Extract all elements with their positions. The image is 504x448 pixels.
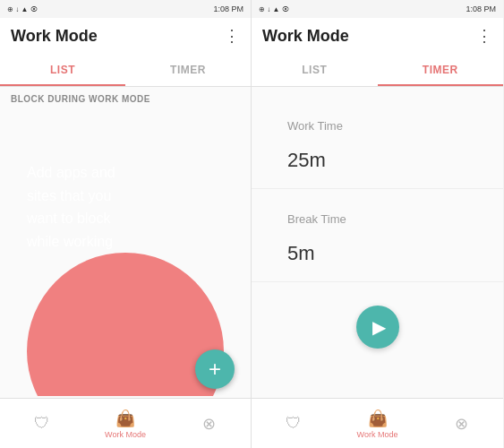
timer-content: Work Time 25m Break Time 5m ▶ bbox=[252, 87, 503, 398]
bottom-nav-right: 🛡 👜 Work Mode ⊗ bbox=[252, 398, 503, 448]
shield-icon-right: 🛡 bbox=[286, 414, 302, 433]
menu-icon-right[interactable]: ⋮ bbox=[476, 26, 492, 46]
top-bar-left: Work Mode ⋮ bbox=[0, 18, 251, 54]
nav-item-workmode-left[interactable]: 👜 Work Mode bbox=[83, 409, 167, 439]
nav-label-workmode-right: Work Mode bbox=[357, 430, 398, 439]
page-title-right: Work Mode bbox=[262, 27, 349, 46]
bag-icon-left: 👜 bbox=[115, 409, 135, 428]
status-time-right: 1:08 PM bbox=[466, 4, 496, 13]
blob-text: Add apps and sites that you want to bloc… bbox=[0, 161, 251, 253]
play-icon: ▶ bbox=[372, 316, 386, 338]
tab-timer-left[interactable]: TIMER bbox=[125, 54, 251, 86]
tabs-right: LIST TIMER bbox=[252, 54, 503, 87]
break-time-value: 5m bbox=[287, 228, 467, 267]
bottom-nav-left: 🛡 👜 Work Mode ⊗ bbox=[0, 398, 251, 448]
right-phone-screen: ⊕ ↓ ▲ ⦿ 1:08 PM Work Mode ⋮ LIST TIMER W… bbox=[252, 0, 503, 448]
break-time-section: Break Time 5m bbox=[252, 198, 503, 282]
tabs-left: LIST TIMER bbox=[0, 54, 251, 87]
blob-shape bbox=[27, 253, 224, 396]
shield-icon-left: 🛡 bbox=[34, 414, 50, 433]
notification-icons-right: ⊕ ↓ ▲ ⦿ bbox=[259, 5, 289, 13]
nav-item-close-right[interactable]: ⊗ bbox=[419, 414, 503, 434]
fab-button[interactable]: + bbox=[195, 349, 235, 389]
time-right: 1:08 PM bbox=[466, 4, 496, 13]
page-title-left: Work Mode bbox=[11, 27, 98, 46]
work-time-unit: m bbox=[309, 149, 325, 171]
time-left: 1:08 PM bbox=[213, 4, 243, 13]
break-time-label: Break Time bbox=[287, 212, 467, 226]
tab-list-right[interactable]: LIST bbox=[252, 54, 378, 86]
work-time-section: Work Time 25m bbox=[252, 105, 503, 189]
status-bar-right: ⊕ ↓ ▲ ⦿ 1:08 PM bbox=[252, 0, 503, 18]
work-time-value: 25m bbox=[287, 134, 467, 174]
nav-label-workmode-left: Work Mode bbox=[105, 430, 146, 439]
work-time-label: Work Time bbox=[287, 119, 467, 133]
status-icons-right: 1:08 PM bbox=[213, 4, 243, 13]
break-time-unit: m bbox=[298, 242, 314, 264]
notification-icons: ⊕ ↓ ▲ ⦿ bbox=[7, 5, 38, 13]
tab-timer-right[interactable]: TIMER bbox=[378, 54, 504, 86]
status-bar-left: ⊕ ↓ ▲ ⦿ 1:08 PM bbox=[0, 0, 251, 18]
close-icon-right: ⊗ bbox=[455, 414, 468, 434]
nav-item-close-left[interactable]: ⊗ bbox=[167, 414, 251, 434]
play-button[interactable]: ▶ bbox=[356, 306, 399, 349]
nav-item-shield-left[interactable]: 🛡 bbox=[0, 414, 83, 433]
fab-plus-icon: + bbox=[209, 358, 221, 380]
content-left: BLOCK DURING WORK MODE Add apps and site… bbox=[0, 87, 251, 398]
status-icons-left: ⊕ ↓ ▲ ⦿ bbox=[7, 5, 38, 13]
tab-list-left[interactable]: LIST bbox=[0, 54, 125, 86]
status-icons-right-left: ⊕ ↓ ▲ ⦿ bbox=[259, 5, 289, 13]
nav-item-shield-right[interactable]: 🛡 bbox=[252, 414, 336, 433]
menu-icon-left[interactable]: ⋮ bbox=[224, 26, 240, 46]
left-phone-screen: ⊕ ↓ ▲ ⦿ 1:08 PM Work Mode ⋮ LIST TIMER B… bbox=[0, 0, 252, 448]
close-icon-left: ⊗ bbox=[202, 414, 216, 434]
top-bar-right: Work Mode ⋮ bbox=[252, 18, 503, 54]
bag-icon-right: 👜 bbox=[368, 409, 388, 428]
nav-item-workmode-right[interactable]: 👜 Work Mode bbox=[336, 409, 420, 439]
section-label: BLOCK DURING WORK MODE bbox=[0, 87, 251, 108]
